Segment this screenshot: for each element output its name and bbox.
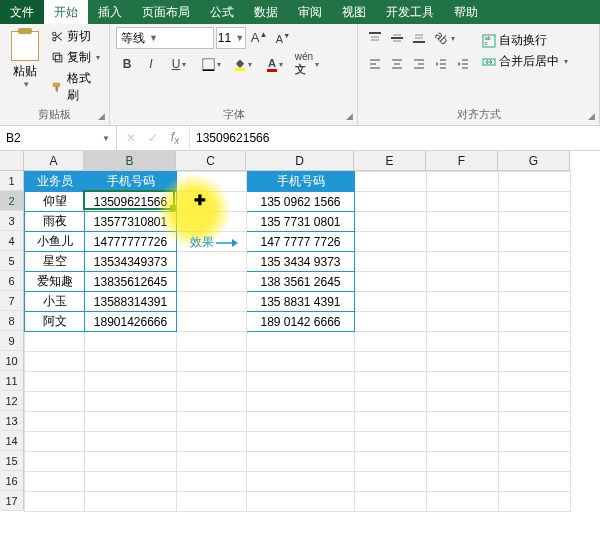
cell-G4[interactable] [499, 232, 571, 252]
cell-E8[interactable] [355, 312, 427, 332]
cell-A4[interactable]: 小鱼儿 [25, 232, 85, 252]
column-header-B[interactable]: B [84, 151, 176, 171]
increase-indent-button[interactable] [452, 53, 474, 75]
cell-B7[interactable]: 13588314391 [85, 292, 177, 312]
cell-D12[interactable] [247, 392, 355, 412]
cell-E7[interactable] [355, 292, 427, 312]
cell-C16[interactable] [177, 472, 247, 492]
cell-G6[interactable] [499, 272, 571, 292]
cell-C6[interactable] [177, 272, 247, 292]
cell-D1[interactable]: 手机号码 [247, 172, 355, 192]
row-header-3[interactable]: 3 [0, 211, 24, 231]
cell-A7[interactable]: 小玉 [25, 292, 85, 312]
tab-developer[interactable]: 开发工具 [376, 0, 444, 24]
cell-E10[interactable] [355, 352, 427, 372]
cell-D15[interactable] [247, 452, 355, 472]
cell-G5[interactable] [499, 252, 571, 272]
cell-B9[interactable] [85, 332, 177, 352]
cell-B8[interactable]: 18901426666 [85, 312, 177, 332]
cell-D10[interactable] [247, 352, 355, 372]
column-header-D[interactable]: D [246, 151, 354, 171]
cell-D17[interactable] [247, 492, 355, 512]
accept-formula-button[interactable]: ✓ [143, 128, 163, 148]
cell-E14[interactable] [355, 432, 427, 452]
cell-E12[interactable] [355, 392, 427, 412]
row-header-5[interactable]: 5 [0, 251, 24, 271]
cell-D2[interactable]: 135 0962 1566 [247, 192, 355, 212]
row-header-13[interactable]: 13 [0, 411, 24, 431]
cell-G2[interactable] [499, 192, 571, 212]
cell-G10[interactable] [499, 352, 571, 372]
cell-F2[interactable] [427, 192, 499, 212]
cell-C7[interactable] [177, 292, 247, 312]
cell-A15[interactable] [25, 452, 85, 472]
tab-help[interactable]: 帮助 [444, 0, 488, 24]
merge-center-button[interactable]: 合并后居中 ▾ [480, 52, 570, 71]
row-header-16[interactable]: 16 [0, 471, 24, 491]
cell-G8[interactable] [499, 312, 571, 332]
cell-C12[interactable] [177, 392, 247, 412]
align-center-button[interactable] [386, 53, 408, 75]
cell-E9[interactable] [355, 332, 427, 352]
cell-D6[interactable]: 138 3561 2645 [247, 272, 355, 292]
cell-D13[interactable] [247, 412, 355, 432]
copy-button[interactable]: 复制 ▾ [48, 48, 103, 67]
cell-G1[interactable] [499, 172, 571, 192]
cell-E11[interactable] [355, 372, 427, 392]
cell-E2[interactable] [355, 192, 427, 212]
row-header-15[interactable]: 15 [0, 451, 24, 471]
cell-F7[interactable] [427, 292, 499, 312]
cell-G15[interactable] [499, 452, 571, 472]
cell-F11[interactable] [427, 372, 499, 392]
cell-B4[interactable]: 14777777726 [85, 232, 177, 252]
select-all-corner[interactable] [0, 151, 24, 171]
paste-button[interactable]: 粘贴 ▼ [6, 27, 44, 105]
cell-A12[interactable] [25, 392, 85, 412]
cell-B16[interactable] [85, 472, 177, 492]
cell-F9[interactable] [427, 332, 499, 352]
cell-C8[interactable] [177, 312, 247, 332]
cell-E15[interactable] [355, 452, 427, 472]
cell-G9[interactable] [499, 332, 571, 352]
align-middle-button[interactable] [386, 27, 408, 49]
row-header-10[interactable]: 10 [0, 351, 24, 371]
column-header-A[interactable]: A [24, 151, 84, 171]
font-size-combo[interactable]: 11 ▼ [216, 27, 246, 49]
cell-G7[interactable] [499, 292, 571, 312]
row-header-2[interactable]: 2 [0, 191, 24, 211]
row-header-12[interactable]: 12 [0, 391, 24, 411]
cell-E4[interactable] [355, 232, 427, 252]
cell-A3[interactable]: 雨夜 [25, 212, 85, 232]
cell-G17[interactable] [499, 492, 571, 512]
cell-F6[interactable] [427, 272, 499, 292]
cell-F16[interactable] [427, 472, 499, 492]
align-bottom-button[interactable] [408, 27, 430, 49]
row-header-11[interactable]: 11 [0, 371, 24, 391]
underline-button[interactable]: U▾ [164, 53, 194, 75]
cell-D8[interactable]: 189 0142 6666 [247, 312, 355, 332]
decrease-indent-button[interactable] [430, 53, 452, 75]
cell-B1[interactable]: 手机号码 [85, 172, 177, 192]
cell-B14[interactable] [85, 432, 177, 452]
cell-A6[interactable]: 爱知趣 [25, 272, 85, 292]
cell-D14[interactable] [247, 432, 355, 452]
cell-A5[interactable]: 星空 [25, 252, 85, 272]
cell-E5[interactable] [355, 252, 427, 272]
cell-F10[interactable] [427, 352, 499, 372]
cell-D11[interactable] [247, 372, 355, 392]
cell-A17[interactable] [25, 492, 85, 512]
tab-file[interactable]: 文件 [0, 0, 44, 24]
column-header-F[interactable]: F [426, 151, 498, 171]
cell-F1[interactable] [427, 172, 499, 192]
cell-B10[interactable] [85, 352, 177, 372]
cell-C1[interactable] [177, 172, 247, 192]
cell-A9[interactable] [25, 332, 85, 352]
row-header-4[interactable]: 4 [0, 231, 24, 251]
cell-G11[interactable] [499, 372, 571, 392]
cell-F8[interactable] [427, 312, 499, 332]
orientation-button[interactable]: ab▾ [430, 27, 460, 49]
cell-B17[interactable] [85, 492, 177, 512]
row-header-6[interactable]: 6 [0, 271, 24, 291]
cell-F13[interactable] [427, 412, 499, 432]
phonetic-guide-button[interactable]: wén文 ▾ [292, 53, 322, 75]
